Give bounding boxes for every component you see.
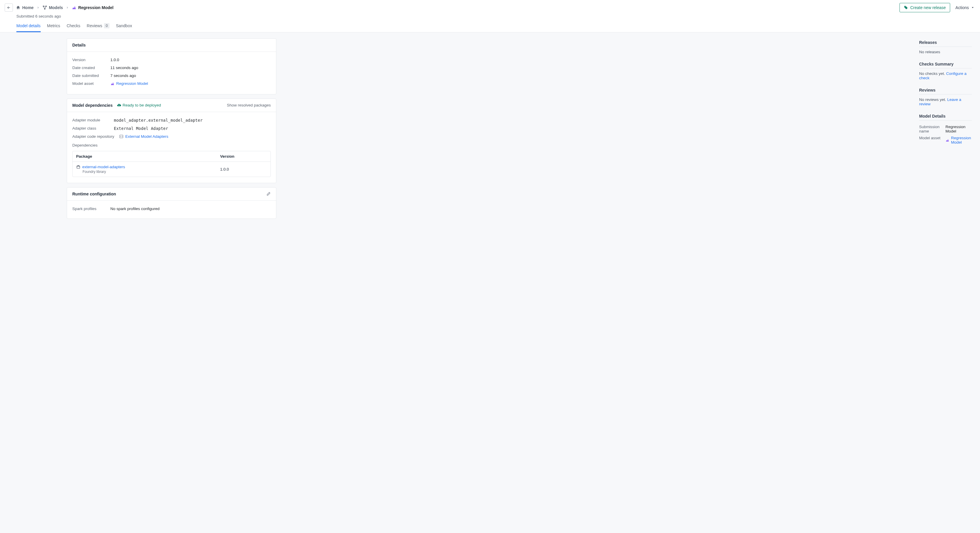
details-card-header: Details <box>67 39 276 52</box>
tab-checks[interactable]: Checks <box>67 21 81 32</box>
date-submitted-label: Date submitted <box>72 73 110 78</box>
chart-icon <box>110 82 115 86</box>
breadcrumb: Home Models Regression Model <box>5 3 114 12</box>
date-created-value: 11 seconds ago <box>110 65 138 70</box>
submission-name-value: Regression Model <box>945 125 972 133</box>
actions-menu[interactable]: Actions <box>954 3 975 12</box>
tab-metrics[interactable]: Metrics <box>47 21 60 32</box>
sidebar-model-details-title: Model Details <box>919 114 972 121</box>
runtime-card-title: Runtime configuration <box>72 192 116 196</box>
adapter-module-value: model_adapter.external_model_adapter <box>114 118 202 122</box>
ready-badge: Ready to be deployed <box>117 103 161 107</box>
dependencies-table: Package Version external-model-adapters <box>72 151 271 177</box>
sidebar-reviews-title: Reviews <box>919 88 972 95</box>
arrow-left-icon <box>7 6 11 10</box>
sidebar-releases-text: No releases <box>919 50 972 54</box>
breadcrumb-models[interactable]: Models <box>43 5 63 10</box>
tab-model-details[interactable]: Model details <box>16 21 41 32</box>
dependencies-card: Model dependencies Ready to be deployed … <box>67 98 276 183</box>
adapter-class-value: External Model Adapter <box>114 126 168 131</box>
actions-label: Actions <box>955 5 969 10</box>
code-icon <box>119 134 124 139</box>
table-header-package: Package <box>76 154 220 159</box>
package-version: 1.0.0 <box>220 165 267 174</box>
model-asset-label: Model asset <box>72 81 110 87</box>
submission-name-label: Submission name <box>919 125 943 133</box>
spark-profiles-label: Spark profiles <box>72 206 110 211</box>
chart-icon <box>945 138 949 142</box>
table-row: external-model-adapters Foundry library … <box>73 162 270 177</box>
adapter-class-label: Adapter class <box>72 126 114 131</box>
svg-rect-4 <box>120 135 123 138</box>
details-card: Details Version 1.0.0 Date created 11 se… <box>67 38 276 95</box>
tag-icon <box>904 6 908 10</box>
spark-profiles-value: No spark profiles configured <box>110 206 159 211</box>
breadcrumb-current[interactable]: Regression Model <box>72 5 114 10</box>
breadcrumb-home[interactable]: Home <box>16 5 33 10</box>
dependencies-card-title: Model dependencies <box>72 103 113 108</box>
sidebar: Releases No releases Checks Summary No c… <box>919 38 972 219</box>
cloud-up-icon <box>117 103 121 107</box>
package-link[interactable]: external-model-adapters <box>76 165 220 169</box>
date-submitted-value: 7 seconds ago <box>110 73 136 78</box>
chart-icon <box>72 5 76 10</box>
version-value: 1.0.0 <box>110 58 119 62</box>
adapter-repo-link[interactable]: External Model Adapters <box>119 134 168 139</box>
adapter-repo-label: Adapter code repository <box>72 134 119 140</box>
table-header-version: Version <box>220 154 267 159</box>
date-created-label: Date created <box>72 65 110 70</box>
sidebar-model-asset-link[interactable]: Regression Model <box>945 136 972 144</box>
svg-rect-5 <box>77 166 80 168</box>
dependencies-label: Dependencies <box>72 143 114 148</box>
runtime-card: Runtime configuration Spark profiles No … <box>67 187 276 219</box>
box-icon <box>76 165 81 169</box>
breadcrumb-models-label: Models <box>49 5 63 10</box>
sidebar-reviews-text: No reviews yet. Leave a review <box>919 97 972 106</box>
package-subtitle: Foundry library <box>83 170 220 174</box>
adapter-module-label: Adapter module <box>72 118 114 122</box>
home-icon <box>16 5 21 10</box>
chevron-right-icon <box>66 6 69 9</box>
show-resolved-packages[interactable]: Show resolved packages <box>227 103 271 107</box>
svg-point-2 <box>44 8 45 10</box>
create-release-button[interactable]: Create new release <box>899 3 950 12</box>
tabs: Model details Metrics Checks Reviews 0 S… <box>5 21 975 32</box>
tab-reviews[interactable]: Reviews 0 <box>87 21 110 32</box>
create-release-label: Create new release <box>910 5 946 10</box>
back-button[interactable] <box>5 3 13 12</box>
svg-point-0 <box>43 6 44 7</box>
version-label: Version <box>72 58 110 62</box>
sidebar-checks-text: No checks yet. Configure a check <box>919 71 972 80</box>
svg-point-3 <box>905 6 905 7</box>
model-asset-link[interactable]: Regression Model <box>110 81 148 86</box>
tab-sandbox[interactable]: Sandbox <box>116 21 132 32</box>
submitted-timestamp: Submitted 6 seconds ago <box>5 12 975 21</box>
details-card-title: Details <box>72 43 86 48</box>
caret-down-icon <box>971 6 974 9</box>
breadcrumb-current-label: Regression Model <box>78 5 114 10</box>
sidebar-model-asset-label: Model asset <box>919 136 943 144</box>
reviews-count-badge: 0 <box>104 23 110 29</box>
svg-point-1 <box>46 6 46 7</box>
edit-button[interactable] <box>266 192 271 196</box>
breadcrumb-home-label: Home <box>22 5 33 10</box>
models-icon <box>43 5 47 10</box>
sidebar-checks-title: Checks Summary <box>919 62 972 68</box>
chevron-right-icon <box>37 6 40 9</box>
sidebar-releases-title: Releases <box>919 40 972 47</box>
